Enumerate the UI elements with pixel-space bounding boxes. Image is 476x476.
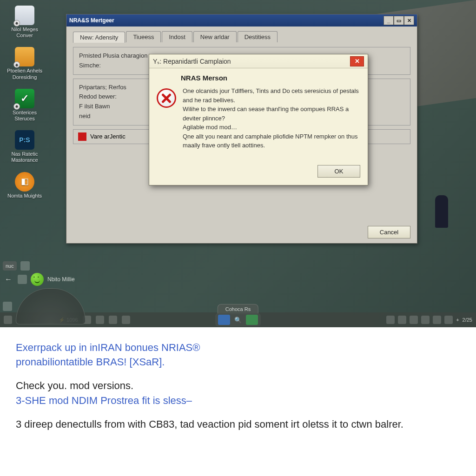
window-controls: _ ▭ ✕	[383, 16, 414, 25]
main-window-titlebar[interactable]: NRA&S Mertgeer _ ▭ ✕	[66, 14, 417, 26]
tool-icon[interactable]	[246, 315, 258, 325]
main-window-footer: Cancel	[368, 226, 410, 238]
tab-new[interactable]: New: Adensity	[73, 32, 125, 43]
desktop-icons: ◈Nilol Meges Conver ◈Ptoelien Anhels Dor…	[6, 6, 44, 199]
desktop-icon-5[interactable]: Nomta Muights	[6, 172, 44, 199]
article-line-blue: Exerrpack up in inIRAN bonues NRIAS®pron…	[16, 340, 460, 369]
sim-figure	[435, 195, 448, 228]
hud-icon[interactable]	[20, 261, 30, 271]
article-para: 3 direep denectulls from with CB83, tad …	[16, 417, 460, 431]
label: Vare arJentic	[90, 133, 126, 140]
hud-icon[interactable]	[96, 316, 104, 324]
tray-icon[interactable]	[444, 316, 453, 324]
modal-text: One olcanids jour Tdlffiers, Tints and D…	[183, 86, 360, 150]
modal-heading: NRAS Merson	[181, 74, 360, 82]
sim-name: Nbito Millie	[47, 276, 75, 283]
tab-destitiess[interactable]: Destitiess	[238, 31, 278, 42]
control-wheel[interactable]	[16, 288, 86, 324]
desktop-icon-3[interactable]: ◈Sonterices Steruces	[6, 89, 44, 122]
magnifier-icon[interactable]: 🔍	[232, 315, 244, 325]
shortcut-badge-icon: ◈	[13, 103, 20, 110]
tool-icon[interactable]	[218, 315, 230, 325]
minimize-button[interactable]: _	[383, 16, 394, 25]
maximize-button[interactable]: ▭	[394, 16, 404, 25]
ps-icon: P:S	[15, 130, 34, 150]
window-title: NRA&S Mertgeer	[69, 17, 114, 24]
tray-icon[interactable]	[421, 316, 430, 324]
modal-title: Yₛ: Repanidartli Camplaion	[153, 58, 231, 65]
tray-icon[interactable]	[386, 316, 395, 324]
article-text: Exerrpack up in inIRAN bonues NRIAS®pron…	[0, 327, 476, 450]
game-viewport: ◈Nilol Meges Conver ◈Ptoelien Anhels Dor…	[0, 0, 476, 327]
color-swatch-icon	[78, 132, 86, 141]
article-para: Check you. mod versions.3-SHE mod NDIM P…	[16, 378, 460, 407]
tab-tiueess[interactable]: Tiueess	[126, 31, 161, 42]
tab-indost[interactable]: Indost	[162, 31, 192, 42]
desktop-icon-4[interactable]: P:SNas Ratetic Mastorance	[6, 130, 44, 163]
hud-bottom-left: nuc ← Nbito Millie	[3, 261, 86, 324]
folder-icon: ◈	[15, 47, 34, 66]
tool-strip: 🔍	[215, 313, 261, 326]
cancel-button[interactable]: Cancel	[368, 226, 410, 238]
orb-icon	[15, 172, 34, 192]
tabs: New: Adensity Tiueess Indost New arldar …	[73, 31, 410, 42]
tray-icon[interactable]	[410, 316, 418, 324]
app-icon: ◈	[15, 6, 34, 25]
modal-close-button[interactable]: ✕	[350, 56, 364, 66]
mood-face-icon[interactable]	[31, 273, 44, 286]
tab-newarldar[interactable]: New arldar	[193, 31, 237, 42]
checkmark-icon: ◈	[15, 89, 34, 108]
icon-label: Ptoelien Anhels Doresiding	[6, 68, 44, 80]
icon-label: Sonterices Steruces	[6, 110, 44, 122]
desktop-icon-1[interactable]: ◈Nilol Meges Conver	[6, 6, 44, 39]
shortcut-badge-icon: ◈	[13, 20, 20, 26]
hud-tray: + 2/25	[386, 316, 472, 324]
icon-label: Nilol Meges Conver	[6, 26, 44, 39]
ok-button[interactable]: OK	[317, 165, 360, 178]
modal-body: NRAS Merson One olcanids jour Tdlffiers,…	[149, 68, 368, 185]
tray-icon[interactable]	[398, 316, 406, 324]
close-button[interactable]: ✕	[404, 16, 414, 25]
modal-titlebar[interactable]: Yₛ: Repanidartli Camplaion ✕	[149, 54, 368, 68]
plus-icon[interactable]: +	[456, 317, 459, 323]
hud-icon[interactable]	[109, 316, 117, 324]
center-tab[interactable]: Cohoca Rs	[218, 304, 258, 314]
icon-label: Nas Ratetic Mastorance	[6, 151, 44, 163]
shortcut-badge-icon: ◈	[13, 61, 20, 68]
hud-chip[interactable]: nuc	[3, 261, 17, 271]
page-indicator: 2/25	[463, 317, 472, 323]
icon-label: Nomta Muights	[7, 193, 42, 199]
hud-icon[interactable]	[122, 316, 130, 324]
hud-icon[interactable]	[18, 275, 27, 284]
back-arrow-icon[interactable]: ←	[3, 275, 14, 284]
hud-icon[interactable]	[3, 302, 12, 311]
error-modal: Yₛ: Repanidartli Camplaion ✕ NRAS Merson…	[149, 54, 368, 185]
error-icon	[157, 88, 176, 108]
tray-icon[interactable]	[433, 316, 441, 324]
desktop-icon-2[interactable]: ◈Ptoelien Anhels Doresiding	[6, 47, 44, 80]
